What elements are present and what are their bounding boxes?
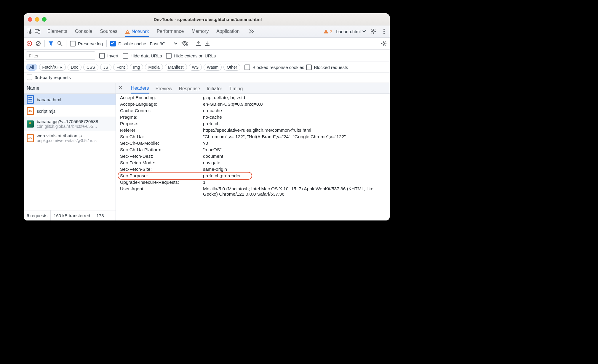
request-row[interactable]: <>script.mjs [24, 105, 116, 117]
more-tabs-icon[interactable] [248, 29, 255, 33]
tab-memory[interactable]: Memory [191, 29, 209, 34]
request-domain: unpkg.com/web-vitals@3.5.1/dist [37, 138, 98, 143]
filter-input[interactable]: Filter [26, 51, 95, 60]
detail-tab-headers[interactable]: Headers [131, 86, 149, 94]
header-value: no-cache [203, 108, 386, 113]
status-rest: 173 [93, 210, 107, 220]
detail-tab-response[interactable]: Response [179, 86, 200, 93]
svg-line-14 [36, 42, 40, 45]
clear-button[interactable] [36, 41, 41, 46]
detail-tab-preview[interactable]: Preview [155, 86, 172, 93]
tab-console[interactable]: Console [75, 29, 92, 34]
hide-extension-urls-checkbox[interactable]: Hide extension URLs [166, 53, 216, 59]
header-row: Sec-Fetch-Mode:navigate [120, 160, 386, 166]
svg-point-8 [383, 29, 385, 30]
tab-application[interactable]: Application [216, 29, 239, 34]
status-bar: 6 requests 160 kB transferred 173 [24, 210, 116, 220]
pill-js[interactable]: JS [100, 64, 111, 71]
blocked-requests-checkbox[interactable]: Blocked requests [306, 65, 348, 70]
tab-network[interactable]: Network [125, 29, 149, 37]
blocked-response-cookies-checkbox[interactable]: Blocked response cookies [244, 65, 304, 70]
header-row: User-Agent:Mozilla/5.0 (Macintosh; Intel… [120, 186, 386, 197]
name-column-header[interactable]: Name [24, 83, 116, 94]
tab-sources[interactable]: Sources [100, 29, 117, 34]
header-value: document [203, 154, 386, 159]
detail-tab-initiator[interactable]: Initiator [207, 86, 222, 93]
detail-tab-timing[interactable]: Timing [229, 86, 243, 93]
svg-line-16 [60, 44, 62, 46]
third-party-label: 3rd-party requests [35, 75, 71, 80]
header-row: Sec-Ch-Ua:"Chromium";v="122", "Not(A:Bra… [120, 133, 386, 140]
header-name: Sec-Fetch-Mode: [120, 160, 203, 165]
issues-counter[interactable]: 2 [324, 29, 332, 34]
network-conditions-icon[interactable] [181, 41, 188, 46]
third-party-checkbox[interactable]: 3rd-party requests [27, 75, 387, 80]
pill-manifest[interactable]: Manifest [165, 64, 187, 71]
filter-icon[interactable] [48, 41, 54, 46]
export-har-icon[interactable] [196, 41, 201, 46]
header-value: prefetch;prerender [203, 173, 386, 178]
header-name: Referer: [120, 128, 203, 133]
target-selector[interactable]: banana.html [336, 29, 366, 34]
network-split: Name banana.html<>script.mjsbanana.jpg?v… [24, 83, 390, 220]
search-icon[interactable] [57, 41, 63, 46]
pill-doc[interactable]: Doc [68, 64, 81, 71]
record-button[interactable] [27, 41, 32, 46]
network-settings-icon[interactable] [381, 41, 387, 46]
svg-rect-6 [326, 32, 326, 33]
tab-elements[interactable]: Elements [47, 29, 67, 34]
issues-count: 2 [330, 29, 332, 34]
tab-network-label: Network [132, 29, 149, 34]
more-icon[interactable] [381, 28, 387, 34]
pill-css[interactable]: CSS [83, 64, 98, 71]
chevron-down-icon [362, 30, 366, 33]
close-detail-icon[interactable] [118, 86, 123, 91]
preserve-log-label: Preserve log [78, 41, 103, 46]
pill-media[interactable]: Media [145, 64, 163, 71]
close-window-icon[interactable] [28, 17, 32, 22]
warning-icon [324, 29, 328, 33]
document-icon [27, 96, 34, 103]
pill-all[interactable]: All [26, 64, 37, 71]
device-toolbar-icon[interactable] [34, 29, 41, 34]
header-row: Sec-Fetch-Site:same-origin [120, 166, 386, 173]
svg-point-10 [383, 33, 385, 34]
header-value: navigate [203, 160, 386, 165]
request-row[interactable]: <>web-vitals.attribution.jsunpkg.com/web… [24, 131, 116, 145]
pill-ws[interactable]: WS [189, 64, 202, 71]
pill-wasm[interactable]: Wasm [204, 64, 222, 71]
hide-data-urls-checkbox[interactable]: Hide data URLs [123, 53, 162, 59]
header-value: "Chromium";v="122", "Not(A:Brand";v="24"… [203, 134, 386, 139]
tab-performance[interactable]: Performance [157, 29, 184, 34]
header-row: Sec-Fetch-Dest:document [120, 153, 386, 160]
brc-label: Blocked response cookies [252, 65, 304, 70]
preserve-log-checkbox[interactable]: Preserve log [70, 41, 103, 46]
detail-pane: Headers Preview Response Initiator Timin… [116, 83, 390, 220]
disable-cache-checkbox[interactable]: Disable cache [110, 41, 146, 46]
header-row: Accept-Language:en-GB,en-US;q=0.9,en;q=0… [120, 101, 386, 107]
pill-font[interactable]: Font [113, 64, 128, 71]
zoom-window-icon[interactable] [42, 17, 47, 22]
header-row: Upgrade-Insecure-Requests:1 [120, 179, 386, 186]
pill-fetch[interactable]: Fetch/XHR [39, 64, 66, 71]
pill-other[interactable]: Other [223, 64, 240, 71]
settings-icon[interactable] [370, 28, 377, 34]
headers-body: Accept-Encoding:gzip, deflate, br, zstdA… [116, 94, 390, 220]
minimize-window-icon[interactable] [35, 17, 39, 22]
third-party-row: 3rd-party requests [24, 73, 390, 83]
checkbox-checked-icon [110, 41, 116, 46]
pill-img[interactable]: Img [130, 64, 143, 71]
header-value: gzip, deflate, br, zstd [203, 95, 386, 100]
svg-point-7 [372, 30, 374, 32]
breq-label: Blocked requests [314, 65, 348, 70]
inspect-icon[interactable] [26, 28, 33, 34]
request-row[interactable]: banana.html [24, 94, 116, 105]
header-value: no-cache [203, 115, 386, 120]
import-har-icon[interactable] [204, 41, 210, 46]
hide-ext-urls-label: Hide extension URLs [174, 53, 216, 58]
request-row[interactable]: banana.jpg?v=1705668720588cdn.glitch.glo… [24, 117, 116, 131]
throttle-select[interactable]: Fast 3G [150, 41, 177, 46]
invert-checkbox[interactable]: Invert [99, 53, 119, 59]
svg-rect-12 [28, 43, 30, 44]
header-name: Sec-Ch-Ua-Mobile: [120, 141, 203, 146]
